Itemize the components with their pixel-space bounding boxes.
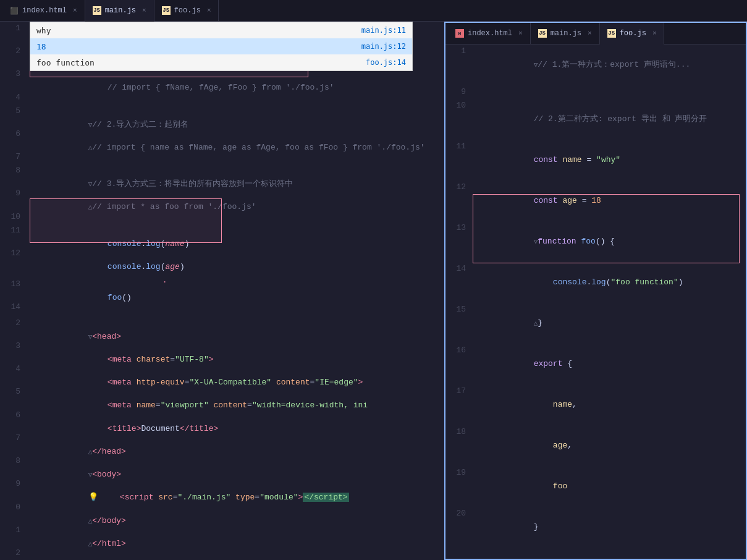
ln-12: 12 <box>0 247 28 260</box>
tab-main-js[interactable]: JS main.js × <box>85 0 154 22</box>
r-ln-11: 11 <box>445 140 473 153</box>
r-lc-15: △} <box>473 303 746 344</box>
r-lc-20: } <box>473 507 746 548</box>
r-ln-20: 20 <box>445 507 473 520</box>
autocomplete-source-2: foo.js:14 <box>366 58 406 67</box>
r-ln-1: 1 <box>445 45 473 58</box>
right-js-icon-foo: JS <box>607 29 616 38</box>
ln-9: 9 <box>0 187 28 200</box>
tab-bar-left: ⬛ index.html × JS main.js × JS foo.js × <box>0 0 747 22</box>
r-ln-16: 16 <box>445 344 473 357</box>
autocomplete-source-1: main.js:12 <box>361 42 406 51</box>
right-code-editor: 1 ▽// 1.第一种方式：export 声明语句... 9 10 // 2.第… <box>445 45 746 559</box>
right-tab-close-foo[interactable]: × <box>652 30 657 37</box>
main-container: ⬛ index.html × JS main.js × JS foo.js × <box>0 0 747 560</box>
r-ln-14: 14 <box>445 262 473 276</box>
r-lc-10: // 2.第二种方式: export 导出 和 声明分开 <box>473 99 746 140</box>
right-tab-foo-js[interactable]: JS foo.js × <box>600 23 665 45</box>
tab-close-main[interactable]: × <box>142 7 146 14</box>
js-icon-foo: JS <box>162 6 171 15</box>
autocomplete-row-2[interactable]: foo function foo.js:14 <box>30 54 412 70</box>
tab-close-index[interactable]: × <box>73 7 77 14</box>
r-lc-12: const age = 18 <box>473 180 746 221</box>
ln-4: 4 <box>0 91 28 104</box>
tab-foo-js[interactable]: JS foo.js × <box>154 0 219 22</box>
ln-5: 5 <box>0 104 28 118</box>
ln-idx-3: 3 <box>0 339 28 353</box>
r-code-line-9: 9 <box>445 85 746 99</box>
r-ln-12: 12 <box>445 180 473 194</box>
r-code-line-17: 17 name, <box>445 384 746 425</box>
editor-area: 1 // 1.导入方式一：普通的导入 2 import { name, age,… <box>0 22 747 560</box>
right-tab-main-js[interactable]: JS main.js × <box>531 23 600 45</box>
tab-label-main: main.js <box>105 6 136 15</box>
ln-11: 11 <box>0 224 28 237</box>
ln-idx-2: 2 <box>0 316 28 330</box>
ln-idx-4: 4 <box>0 362 28 376</box>
right-tab-index-html[interactable]: H index.html × <box>448 23 531 45</box>
r-code-line-16: 16 export { <box>445 344 746 384</box>
tab-label-index: index.html <box>22 6 67 15</box>
autocomplete-source-0: main.js:11 <box>361 26 406 35</box>
autocomplete-value-0: why <box>36 26 51 35</box>
tab-index-html[interactable]: ⬛ index.html × <box>2 0 85 22</box>
right-editor-panel: H index.html × JS main.js × JS foo.js × <box>444 22 747 560</box>
ln-idx-7: 7 <box>0 431 28 445</box>
ln-6: 6 <box>0 127 28 141</box>
r-lc-13: ▽function foo() { <box>473 221 746 262</box>
right-js-icon-main: JS <box>538 29 547 38</box>
right-tab-label-index: index.html <box>468 29 512 38</box>
ln-8: 8 <box>0 164 28 177</box>
r-lc-18: age, <box>473 425 746 466</box>
right-tab-bar: H index.html × JS main.js × JS foo.js × <box>445 23 746 45</box>
autocomplete-value-2: foo function <box>36 58 95 67</box>
r-ln-13: 13 <box>445 221 473 235</box>
ln-2: 2 <box>0 45 28 58</box>
r-code-line-19: 19 foo <box>445 466 746 507</box>
r-ln-9: 9 <box>445 85 473 99</box>
ln-13: 13 <box>0 278 28 291</box>
r-code-line-1: 1 ▽// 1.第一种方式：export 声明语句... <box>445 45 746 85</box>
r-ln-19: 19 <box>445 466 473 480</box>
right-tab-close-main[interactable]: × <box>588 30 592 37</box>
r-lc-19: foo <box>473 466 746 507</box>
right-html-icon: H <box>455 29 464 38</box>
js-icon-main: JS <box>93 6 101 15</box>
r-code-line-10: 10 // 2.第二种方式: export 导出 和 声明分开 <box>445 99 746 140</box>
ln-idx-8: 8 <box>0 454 28 468</box>
r-ln-10: 10 <box>445 99 473 112</box>
r-lc-1: ▽// 1.第一种方式：export 声明语句... <box>473 45 746 85</box>
r-code-line-13: 13 ▽function foo() { <box>445 221 746 262</box>
right-tab-label-main: main.js <box>551 29 581 38</box>
r-ln-15: 15 <box>445 303 473 316</box>
tab-label-foo: foo.js <box>174 6 201 15</box>
autocomplete-popup[interactable]: why main.js:11 18 main.js:12 foo functio… <box>30 22 413 71</box>
r-lc-11: const name = "why" <box>473 140 746 180</box>
ln-idx-5: 5 <box>0 385 28 399</box>
r-code-line-20: 20 } <box>445 507 746 548</box>
tab-close-foo[interactable]: × <box>207 7 211 14</box>
r-code-line-12: 12 const age = 18 <box>445 180 746 221</box>
ln-14: 14 <box>0 300 28 314</box>
html-icon: ⬛ <box>10 7 19 15</box>
ln-1: 1 <box>0 22 28 35</box>
right-tab-close-index[interactable]: × <box>518 30 523 37</box>
r-ln-18: 18 <box>445 425 473 439</box>
r-lc-14: console.log("foo function") <box>473 262 746 303</box>
ln-idx-11: 1 <box>0 524 28 537</box>
autocomplete-row-1[interactable]: 18 main.js:12 <box>30 38 412 54</box>
r-code-line-18: 18 age, <box>445 425 746 466</box>
r-code-line-11: 11 const name = "why" <box>445 140 746 180</box>
ln-idx-6: 6 <box>0 409 28 422</box>
ln-idx-12: 2 <box>0 546 28 560</box>
r-ln-17: 17 <box>445 384 473 398</box>
r-code-line-14: 14 console.log("foo function") <box>445 262 746 303</box>
r-lc-17: name, <box>473 384 746 425</box>
ln-3: 3 <box>0 67 28 81</box>
r-lc-16: export { <box>473 344 746 384</box>
r-code-line-15: 15 △} <box>445 303 746 344</box>
ln-10: 10 <box>0 210 28 224</box>
autocomplete-row-0[interactable]: why main.js:11 <box>30 22 412 38</box>
ln-idx-10: 0 <box>0 501 28 514</box>
ln-7: 7 <box>0 150 28 164</box>
